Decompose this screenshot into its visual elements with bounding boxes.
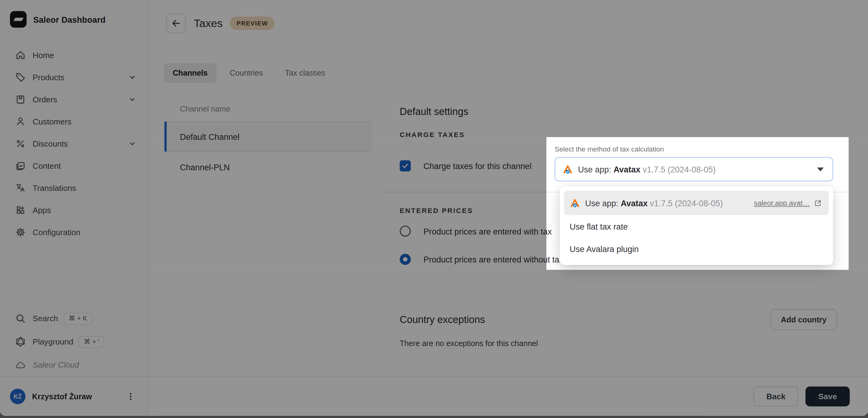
default-settings-title: Default settings [383,105,852,118]
user-name: Krzysztof Żuraw [32,392,92,401]
sidebar-item-label: Home [33,51,54,60]
app-link[interactable]: saleor.app.avat… [754,199,822,207]
sidebar-item-label: Discounts [33,139,68,148]
user-menu-button[interactable] [123,389,138,404]
avatax-app-icon [562,164,573,174]
dropdown-option-avalara-plugin[interactable]: Use Avalara plugin [564,238,829,260]
sidebar-item-label: Apps [33,206,51,214]
package-icon [15,94,26,105]
prices-with-tax-label: Product prices are entered with tax [424,227,552,236]
channel-name: Default Channel [180,132,240,141]
saleor-cloud-label: Saleor Cloud [33,360,79,370]
tax-method-select[interactable]: Use app: Avatax v1.7.5 (2024-08-05) [555,157,833,181]
charge-taxes-checkbox[interactable] [400,161,411,172]
savebar: Back Save [149,377,868,416]
playground-label: Playground [33,337,73,346]
sidebar-item-label: Content [33,161,61,170]
home-icon [15,50,26,61]
dropdown-option-label: Use app: Avatax v1.7.5 (2024-08-05) [585,198,723,208]
save-button[interactable]: Save [806,386,850,406]
sidebar-item-home[interactable]: Home [0,44,148,66]
media-folder-icon [15,161,26,172]
prices-with-tax-radio[interactable] [400,225,411,237]
sidebar-item-label: Translations [33,183,76,193]
app-title: Saleor Dashboard [33,15,105,24]
avatar: KŻ [10,389,25,404]
tax-method-selected-value: Use app: Avatax v1.7.5 (2024-08-05) [578,165,716,174]
chevron-down-icon[interactable] [128,73,136,81]
search-label: Search [33,314,58,323]
tab-tax-classes[interactable]: Tax classes [276,63,334,83]
sidebar-item-label: Products [33,73,64,82]
search-shortcut: ⌘ + K [64,313,92,324]
cloud-icon [15,359,26,370]
main-content: Taxes PREVIEW Channels Countries Tax cla… [149,0,868,377]
avatax-app-icon [570,198,580,208]
sidebar-item-discounts[interactable]: Discounts [0,133,148,155]
check-icon [401,162,409,170]
gear-icon [15,227,26,238]
sidebar-item-translations[interactable]: Translations [0,177,148,199]
dropdown-option-avatax[interactable]: Use app: Avatax v1.7.5 (2024-08-05) sale… [564,191,829,215]
back-arrow-button[interactable] [166,13,186,33]
graphql-playground-icon [15,336,26,347]
sidebar-nav: Home Products [0,44,148,243]
sidebar-playground[interactable]: Playground ⌘ + ' [0,330,148,353]
sidebar-item-label: Orders [33,95,57,104]
external-link-icon [814,199,822,207]
sidebar-item-apps[interactable]: Apps [0,199,148,221]
sidebar-item-configuration[interactable]: Configuration [0,221,148,243]
search-icon [15,313,26,324]
saleor-logo-icon [10,11,27,28]
dropdown-option-flat-tax[interactable]: Use flat tax rate [564,215,829,238]
tag-icon [15,72,26,83]
sidebar-item-label: Configuration [33,228,80,237]
sidebar-item-orders[interactable]: Orders [0,89,148,111]
sidebar-saleor-cloud[interactable]: Saleor Cloud [0,353,148,377]
sidebar-item-content[interactable]: Content [0,155,148,177]
apps-grid-icon [15,205,26,216]
prices-without-tax-label: Product prices are entered without tax [424,254,563,264]
back-button[interactable]: Back [754,386,799,406]
channel-list-header: Channel name [164,96,372,121]
person-icon [15,116,26,127]
page-title: Taxes [194,17,222,30]
channel-name: Channel-PLN [180,162,230,172]
no-exceptions-message: There are no exceptions for this channel [383,339,852,348]
translate-icon [15,182,26,194]
sidebar-search[interactable]: Search ⌘ + K [0,307,148,330]
percent-icon [15,138,26,149]
logo-row[interactable]: Saleor Dashboard [0,0,148,37]
prices-without-tax-radio[interactable] [400,254,411,265]
charge-taxes-section-label: CHARGE TAXES [383,131,852,140]
tab-channels[interactable]: Channels [164,63,216,83]
bottom-bar: KŻ Krzysztof Żuraw Back Save [0,377,868,416]
sidebar: Saleor Dashboard Home Products [0,0,149,377]
channel-row-default[interactable]: Default Channel [164,121,372,152]
playground-shortcut: ⌘ + ' [79,336,104,348]
arrow-left-icon [170,18,182,29]
channel-list: Channel name Default Channel Channel-PLN [164,96,372,182]
country-exceptions-title: Country exceptions [400,313,485,326]
add-country-button[interactable]: Add country [770,309,837,330]
tax-method-dropdown: Use app: Avatax v1.7.5 (2024-08-05) sale… [560,186,833,265]
sidebar-item-customers[interactable]: Customers [0,111,148,133]
user-card[interactable]: KŻ Krzysztof Żuraw [0,377,149,416]
channel-row-pln[interactable]: Channel-PLN [164,152,372,182]
sidebar-item-label: Customers [33,117,71,126]
tab-bar: Channels Countries Tax classes [164,63,868,83]
tab-countries[interactable]: Countries [221,63,272,83]
chevron-down-icon[interactable] [128,140,136,147]
page-header: Taxes PREVIEW [149,0,868,33]
tax-method-label: Select the method of tax calculation [555,145,833,154]
chevron-down-icon[interactable] [128,96,136,103]
ellipsis-vertical-icon [126,391,135,402]
charge-taxes-label: Charge taxes for this channel [424,161,532,171]
app-window: Saleor Dashboard Home Products [0,0,868,416]
chevron-down-icon [817,167,824,171]
tax-method-widget: Select the method of tax calculation Use… [555,145,833,181]
preview-badge: PREVIEW [230,16,275,30]
sidebar-item-products[interactable]: Products [0,66,148,89]
